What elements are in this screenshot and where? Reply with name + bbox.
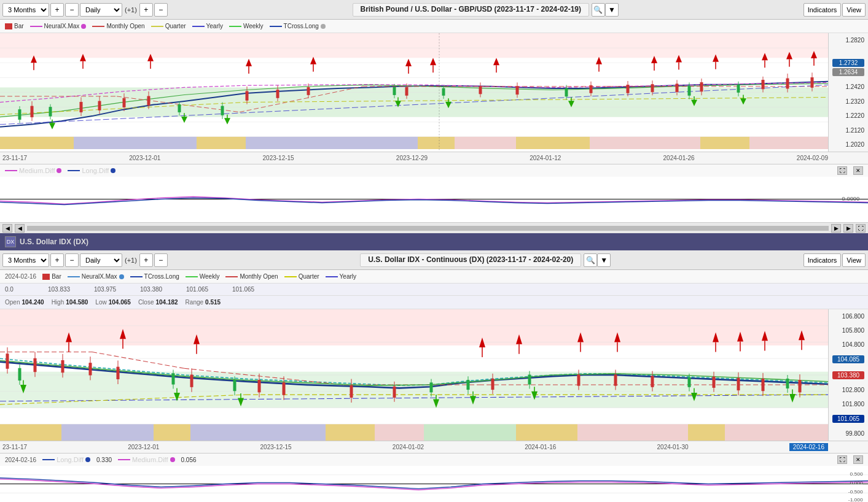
bottom-indicators-btn[interactable]: Indicators	[803, 253, 842, 267]
top-search-btn[interactable]: 🔍	[592, 3, 605, 17]
price-5-label: 1.2220	[832, 112, 864, 119]
bottom-view-btn[interactable]: View	[842, 253, 866, 267]
bottom-weekly-icon	[186, 276, 198, 277]
svg-rect-93	[627, 85, 629, 93]
top-indicator-canvas[interactable]: 0.0000	[0, 177, 868, 222]
top-scrollbar-track[interactable]	[27, 226, 829, 231]
svg-rect-60	[80, 102, 82, 112]
bottom-indicator-expand-btn[interactable]: ⛶	[837, 455, 847, 464]
bottom-zoom-in-btn[interactable]: +	[50, 253, 64, 267]
ohlc-low-label: Low	[95, 299, 106, 306]
svg-rect-54	[737, 85, 740, 92]
svg-rect-243	[350, 385, 353, 397]
bottom-yearly-item: Yearly	[326, 273, 356, 280]
bottom-date-7-highlighted: 2024-02-16	[789, 443, 828, 451]
main-container: 3 Months1 Month6 Months1 Year + − DailyW…	[0, 0, 868, 502]
bottom-dropdown-btn[interactable]: ▼	[597, 253, 611, 267]
bottom-search-btn[interactable]: 🔍	[584, 253, 597, 267]
svg-rect-20	[749, 137, 828, 149]
bottom-bar-label: Bar	[52, 273, 61, 280]
bottom-indicator-canvas[interactable]: 0.500 0.000 -0.500 -1.000	[0, 466, 868, 502]
top-chart-canvas[interactable]	[0, 33, 828, 152]
price-4-label: 1.2320	[832, 98, 864, 105]
bottom-timeframe-select[interactable]: 3 Months1 Month6 Months1 Year	[2, 253, 49, 267]
bottom-neuralx-dot	[119, 274, 124, 279]
svg-rect-240	[283, 383, 285, 395]
bottom-yearly-label: Yearly	[340, 273, 356, 280]
top-scroll-square-btn[interactable]: ⛶	[856, 224, 866, 233]
svg-rect-231	[117, 367, 119, 379]
svg-rect-270	[799, 380, 801, 392]
svg-rect-185	[725, 424, 828, 441]
svg-rect-105	[762, 80, 764, 88]
top-step-down-btn[interactable]: −	[154, 3, 168, 17]
svg-rect-78	[307, 87, 310, 95]
ohlc-open-label: Open	[5, 299, 20, 306]
top-scroll-bar: ◀ ◀ ▶ ▶ ⛶	[0, 222, 868, 233]
svg-rect-258	[651, 376, 654, 387]
top-toolbar: 3 Months1 Month6 Months1 Year + − DailyW…	[0, 0, 868, 20]
bottom-quarter-value: 101.065	[186, 286, 226, 293]
svg-rect-16	[455, 137, 516, 149]
top-dropdown-btn[interactable]: ▼	[605, 3, 619, 17]
top-zoom-in-btn[interactable]: +	[50, 3, 64, 17]
bottom-step-down-btn[interactable]: −	[154, 253, 168, 267]
svg-rect-246	[393, 387, 396, 397]
top-chart-svg	[0, 33, 828, 152]
ohlc-close: Close 104.182	[138, 299, 178, 306]
bottom-step-up-btn[interactable]: +	[139, 253, 153, 267]
top-scrollbar-thumb[interactable]	[28, 226, 828, 230]
top-scroll-left2-btn[interactable]: ◀	[15, 224, 25, 233]
top-interval-select[interactable]: DailyWeeklyMonthly	[80, 3, 122, 17]
legend-bar-label: Bar	[14, 23, 24, 29]
svg-rect-69	[147, 96, 150, 105]
svg-rect-18	[590, 137, 700, 149]
bottom-zoom-out-btn[interactable]: −	[65, 253, 79, 267]
bottom-interval-select[interactable]: DailyWeeklyMonthly	[80, 253, 122, 267]
svg-rect-81	[405, 87, 408, 95]
top-scroll-right2-btn[interactable]: ▶	[843, 224, 853, 233]
date-1: 23-11-17	[2, 155, 27, 161]
svg-rect-179	[326, 424, 375, 441]
svg-rect-19	[700, 137, 749, 149]
bottom-long-diff-dot	[85, 457, 90, 462]
svg-rect-42	[393, 87, 396, 95]
svg-rect-11	[0, 137, 74, 149]
top-scroll-left-btn[interactable]: ◀	[2, 224, 12, 233]
medium-diff-label: Medium.Diff	[19, 167, 55, 174]
svg-rect-261	[713, 377, 715, 387]
top-timeframe-select[interactable]: 3 Months1 Month6 Months1 Year	[2, 3, 49, 17]
svg-rect-45	[442, 88, 445, 95]
top-view-btn[interactable]: View	[842, 3, 866, 17]
svg-rect-30	[18, 110, 21, 120]
svg-rect-176	[61, 424, 154, 441]
bottom-price-badge-2: 103.380	[832, 371, 864, 379]
svg-rect-72	[246, 91, 248, 100]
legend-quarter-item: Quarter	[151, 23, 186, 29]
top-zoom-out-btn[interactable]: −	[65, 3, 79, 17]
svg-text:0.000: 0.000	[850, 481, 863, 486]
top-legend-bar: Bar NeuralX.Max Monthly Open Quarter Yea…	[0, 20, 868, 33]
legend-neuralx-icon	[30, 26, 42, 27]
bottom-indicator-close-btn[interactable]: ✕	[853, 455, 863, 464]
svg-rect-63	[98, 101, 101, 110]
medium-diff-dot-icon	[57, 168, 61, 173]
top-indicator-svg: 0.0000	[0, 177, 868, 222]
svg-rect-12	[74, 137, 197, 149]
ohlc-low-value: 104.065	[109, 299, 131, 306]
indicator-close-btn[interactable]: ✕	[853, 166, 863, 175]
long-diff-line-icon	[68, 170, 80, 171]
bottom-indicator-panel: 2024-02-16 Long.Diff 0.330 Medium.Diff 0…	[0, 453, 868, 502]
top-indicators-btn[interactable]: Indicators	[803, 3, 842, 17]
top-scroll-right-btn[interactable]: ▶	[831, 224, 841, 233]
bottom-chart-canvas[interactable]	[0, 309, 828, 441]
legend-neuralx-item: NeuralX.Max	[30, 23, 87, 29]
bottom-quarter-item: Quarter	[284, 273, 319, 280]
bottom-monthly-label: Monthly Open	[240, 273, 278, 280]
top-step-up-btn[interactable]: +	[139, 3, 153, 17]
date-5: 2024-01-12	[530, 155, 561, 161]
indicator-expand-btn[interactable]: ⛶	[837, 166, 847, 175]
price-1-label: 1.2820	[832, 37, 864, 44]
bottom-neuralx-icon	[68, 276, 80, 277]
bottom-date-5: 2024-01-16	[525, 444, 556, 450]
